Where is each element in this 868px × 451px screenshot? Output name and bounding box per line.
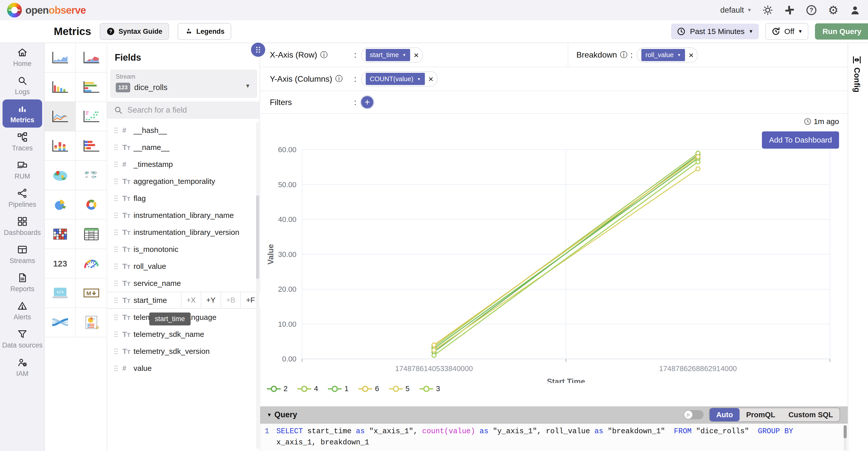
chevron-down-icon: ▼ [798,29,803,34]
sidebar-item-home[interactable]: Home [0,43,45,71]
time-range-selector[interactable]: Past 15 Minutes ▼ [671,24,759,39]
field-row-value[interactable]: #value [107,360,260,377]
account-icon[interactable] [849,4,861,16]
theme-toggle-icon[interactable] [762,4,774,16]
chart-type-stacked-bar[interactable] [45,131,76,161]
breakdown-chip[interactable]: roll_value▼ × [637,47,698,63]
remove-y-axis-icon[interactable]: × [428,74,433,83]
chart-type-area[interactable] [45,43,76,72]
chart-legend: 241653 [267,385,440,393]
field-row-is_monotonic[interactable]: TTis_monotonic [107,241,260,258]
svg-text:60.00: 60.00 [278,146,297,154]
field-row-__name__[interactable]: TT__name__ [107,139,260,156]
legend-item-3[interactable]: 3 [419,385,440,393]
chart-type-metric-text[interactable]: 123 [45,249,76,279]
sidebar-item-metrics[interactable]: Metrics [3,99,42,128]
field-row-_timestamp[interactable]: #_timestamp [107,156,260,173]
query-mode-auto[interactable]: Auto [710,408,740,421]
field-row-telemetry_sdk_name[interactable]: TTtelemetry_sdk_name [107,326,260,343]
add-to-y-axis-button[interactable]: +Y [201,292,221,308]
legend-item-2[interactable]: 2 [267,385,287,393]
panel-drag-handle[interactable] [251,43,265,57]
query-collapse-toggle[interactable]: ▾ Query [268,410,297,419]
auto-refresh-selector[interactable]: Off ▼ [766,23,808,40]
h-stacked-bar-chart-icon [82,138,101,153]
add-filter-button[interactable]: + [361,96,373,108]
config-panel-toggle[interactable]: Config [852,55,862,92]
sidebar-item-iam[interactable]: IAM [0,353,45,381]
line-chart[interactable]: 0.0010.0020.0030.0040.0050.0060.00174878… [260,114,848,383]
chart-type-markdown[interactable]: M [76,279,107,308]
chart-type-area-stacked[interactable] [76,43,107,72]
legend-item-6[interactable]: 6 [358,385,379,393]
chart-type-html[interactable]: </> [45,279,76,308]
brand[interactable]: openobserve [7,3,86,18]
field-row-service_name[interactable]: TTservice_name [107,275,260,292]
chevron-down-icon: ▼ [245,83,250,89]
info-icon: ⓘ [320,50,328,60]
settings-gear-icon[interactable]: ⚙ [827,4,839,16]
sidebar-item-alerts[interactable]: Alerts [0,296,45,325]
syntax-guide-button[interactable]: ? Syntax Guide [100,23,169,40]
field-row-flag[interactable]: TTflag [107,190,260,207]
chart-type-table[interactable] [76,220,107,249]
field-row-__hash__[interactable]: #__hash__ [107,122,260,139]
chart-type-custom-chart[interactable]: ⚙ [76,308,107,337]
query-mode-custom-sql[interactable]: Custom SQL [782,408,840,421]
slack-icon[interactable] [784,4,796,16]
editor-scrollbar[interactable] [844,425,847,450]
query-mode-promql[interactable]: PromQL [740,408,782,421]
legend-item-4[interactable]: 4 [297,385,318,393]
help-icon[interactable]: ? [806,4,817,16]
chart-type-pie[interactable] [45,190,76,220]
chart-type-heatmap[interactable] [45,220,76,249]
field-search-input[interactable]: Search for a field [107,101,260,119]
sidebar-item-streams[interactable]: Streams [0,240,45,268]
org-selector[interactable]: default ▼ [720,6,752,15]
chart-type-h-bar[interactable] [76,72,107,102]
sidebar-item-logs[interactable]: Logs [0,71,45,99]
field-row-instrumentation_library_version[interactable]: TTinstrumentation_library_version [107,224,260,241]
chart-type-gauge[interactable] [76,249,107,279]
chart-type-bar[interactable] [45,72,76,102]
add-to-breakdown-button[interactable]: +B [221,292,240,308]
x-axis-chip[interactable]: start_time▼ × [361,47,423,63]
remove-x-axis-icon[interactable]: × [414,51,419,59]
sidebar-item-pipelines[interactable]: Pipelines [0,184,45,212]
legend-item-1[interactable]: 1 [328,385,348,393]
chevron-down-icon: ▼ [749,29,753,34]
chart-type-scatter[interactable] [76,102,107,131]
streams-icon [17,244,28,255]
add-to-x-axis-button[interactable]: +X [181,292,201,308]
page-title: Metrics [54,25,91,37]
stream-selector[interactable]: Stream 123 dice_rolls ▼ [110,69,257,98]
fields-scrollbar[interactable] [256,122,259,449]
chart-type-h-stacked-bar[interactable] [76,131,107,161]
sidebar-item-data-sources[interactable]: Data sources [0,325,45,353]
chart-type-sankey[interactable] [45,308,76,337]
function-toggle[interactable]: fx [684,410,704,419]
field-row-aggregation_temporality[interactable]: TTaggregation_temporality [107,173,260,190]
run-query-button[interactable]: Run Query [815,23,868,39]
y-axis-chip[interactable]: COUNT(value)▼ × [361,71,438,87]
chart-type-maps[interactable] [76,161,107,190]
sidebar-item-rum[interactable]: RUM [0,156,45,184]
info-icon: ⓘ [620,50,627,60]
chart-type-donut[interactable] [76,190,107,220]
sidebar-item-traces[interactable]: Traces [0,128,45,156]
remove-breakdown-icon[interactable]: × [688,51,694,59]
maps-chart-icon [82,168,101,183]
field-row-start_time[interactable]: TTstart_time+X+Y+B+F [107,292,260,309]
field-row-telemetry_sdk_version[interactable]: TTtelemetry_sdk_version [107,343,260,360]
field-row-roll_value[interactable]: TTroll_value [107,258,260,275]
legend-item-5[interactable]: 5 [389,385,410,393]
sql-editor[interactable]: 1 SELECT start_time as "x_axis_1", count… [260,423,848,451]
org-selector-value: default [720,6,744,15]
gauge-chart-icon [82,256,101,271]
chart-type-line[interactable] [45,102,76,131]
legends-button[interactable]: Legends [178,23,231,40]
field-row-instrumentation_library_name[interactable]: TTinstrumentation_library_name [107,207,260,224]
sidebar-item-dashboards[interactable]: Dashboards [0,212,45,240]
sidebar-item-reports[interactable]: Reports [0,268,45,296]
chart-type-geomap[interactable] [45,161,76,190]
